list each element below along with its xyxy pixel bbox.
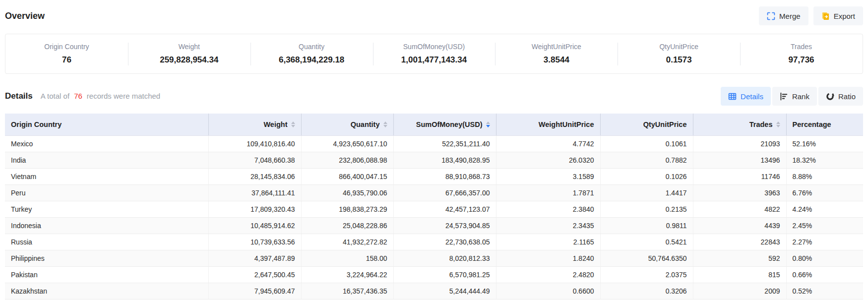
stat-value: 97,736 xyxy=(740,55,863,65)
cell-percentage: 8.88% xyxy=(786,168,863,184)
sort-asc-icon xyxy=(486,121,490,124)
stat-sumofmoney-usd: SumOfMoney(USD)1,001,477,143.34 xyxy=(373,41,496,67)
stat-label: Weight xyxy=(128,43,250,51)
cell-sum_of_money: 8,020,812.33 xyxy=(393,250,496,266)
stat-value: 3.8544 xyxy=(495,55,618,65)
cell-sum_of_money: 88,910,868.73 xyxy=(393,168,496,184)
column-header-weight[interactable]: Weight xyxy=(208,114,301,135)
sort-carets-icon[interactable] xyxy=(383,121,387,127)
cell-quantity: 16,357,436.35 xyxy=(301,283,393,299)
page-title: Overview xyxy=(5,11,45,21)
donut-chart-icon xyxy=(826,92,834,101)
details-summary: A total of76records were matched xyxy=(41,92,160,100)
view-button-rank[interactable]: Rank xyxy=(772,87,817,106)
bar-chart-icon xyxy=(780,92,788,101)
stat-label: WeightUnitPrice xyxy=(495,43,618,51)
details-table: Origin CountryWeightQuantitySumOfMoney(U… xyxy=(5,114,863,300)
column-header-sumofmoney-usd[interactable]: SumOfMoney(USD) xyxy=(393,114,496,135)
table-row-turkey: Turkey17,809,320.43198,838,273.2942,457,… xyxy=(5,201,863,217)
cell-weight_unit_price: 3.1589 xyxy=(496,168,600,184)
table-header-row: Origin CountryWeightQuantitySumOfMoney(U… xyxy=(5,114,863,135)
cell-trades: 13496 xyxy=(693,152,786,168)
view-button-ratio[interactable]: Ratio xyxy=(818,87,863,106)
cell-percentage: 6.76% xyxy=(786,184,863,201)
export-button[interactable]: Export xyxy=(813,6,863,25)
cell-weight: 7,945,609.47 xyxy=(208,283,301,299)
cell-trades: 815 xyxy=(693,266,786,283)
view-button-label: Details xyxy=(741,92,763,101)
cell-origin_country: Vietnam xyxy=(5,168,208,184)
view-button-label: Ratio xyxy=(838,92,856,101)
table-row-russia: Russia10,739,633.5641,932,272.8222,730,6… xyxy=(5,234,863,250)
table-row-vietnam: Vietnam28,145,834.06866,400,047.1588,910… xyxy=(5,168,863,184)
stat-label: QtyUnitPrice xyxy=(618,43,740,51)
view-switch-group: DetailsRankRatio xyxy=(721,87,863,106)
cell-sum_of_money: 5,244,444.49 xyxy=(393,283,496,299)
cell-sum_of_money: 522,351,211.40 xyxy=(393,135,496,152)
column-header-percentage: Percentage xyxy=(786,114,863,135)
cell-quantity: 4,923,650,617.10 xyxy=(301,135,393,152)
cell-weight_unit_price: 2.3840 xyxy=(496,201,600,217)
sort-desc-icon xyxy=(291,125,295,127)
table-row-kazakhstan: Kazakhstan7,945,609.4716,357,436.355,244… xyxy=(5,283,863,299)
summary-suffix: records were matched xyxy=(87,92,160,100)
details-title: Details xyxy=(5,91,33,101)
stat-value: 1,001,477,143.34 xyxy=(373,55,496,65)
cell-origin_country: Kazakhstan xyxy=(5,283,208,299)
cell-sum_of_money: 24,573,904.85 xyxy=(393,217,496,234)
cell-trades: 4439 xyxy=(693,217,786,234)
column-header-trades[interactable]: Trades xyxy=(693,114,786,135)
column-header-quantity[interactable]: Quantity xyxy=(301,114,393,135)
cell-qty_unit_price: 0.1026 xyxy=(600,168,693,184)
cell-weight: 37,864,111.41 xyxy=(208,184,301,201)
sort-carets-icon[interactable] xyxy=(776,121,780,127)
column-label: Weight xyxy=(263,121,287,128)
sort-carets-icon[interactable] xyxy=(486,121,490,127)
column-label: Percentage xyxy=(793,121,831,128)
table-row-mexico: Mexico109,410,816.404,923,650,617.10522,… xyxy=(5,135,863,152)
table-row-india: India7,048,660.38232,806,088.98183,490,8… xyxy=(5,152,863,168)
cell-quantity: 198,838,273.29 xyxy=(301,201,393,217)
top-bar: Overview Merge Export xyxy=(0,0,868,26)
cell-weight: 4,397,487.89 xyxy=(208,250,301,266)
cell-weight_unit_price: 2.3435 xyxy=(496,217,600,234)
cell-trades: 592 xyxy=(693,250,786,266)
cell-origin_country: Philippines xyxy=(5,250,208,266)
cell-percentage: 2.45% xyxy=(786,217,863,234)
column-label: Trades xyxy=(749,121,773,128)
cell-qty_unit_price: 50,764.6350 xyxy=(600,250,693,266)
column-header-weightunitprice: WeightUnitPrice xyxy=(496,114,600,135)
cell-weight_unit_price: 4.7742 xyxy=(496,135,600,152)
cell-percentage: 0.66% xyxy=(786,266,863,283)
merge-button[interactable]: Merge xyxy=(759,6,808,25)
cell-qty_unit_price: 0.2135 xyxy=(600,201,693,217)
table-row-pakistan: Pakistan2,647,500.453,224,964.226,570,98… xyxy=(5,266,863,283)
view-button-details[interactable]: Details xyxy=(721,87,771,106)
cell-quantity: 158.00 xyxy=(301,250,393,266)
sort-desc-icon xyxy=(486,125,490,127)
cell-weight_unit_price: 2.4820 xyxy=(496,266,600,283)
cell-trades: 11746 xyxy=(693,168,786,184)
cell-sum_of_money: 22,730,638.05 xyxy=(393,234,496,250)
cell-qty_unit_price: 0.1061 xyxy=(600,135,693,152)
cell-weight_unit_price: 1.8240 xyxy=(496,250,600,266)
column-label: Origin Country xyxy=(11,121,62,128)
cell-percentage: 52.16% xyxy=(786,135,863,152)
sort-carets-icon[interactable] xyxy=(291,121,295,127)
column-label: WeightUnitPrice xyxy=(539,121,594,128)
export-icon xyxy=(821,12,830,20)
stat-value: 0.1573 xyxy=(618,55,740,65)
cell-percentage: 4.24% xyxy=(786,201,863,217)
stat-weightunitprice: WeightUnitPrice3.8544 xyxy=(495,41,618,67)
cell-quantity: 3,224,964.22 xyxy=(301,266,393,283)
cell-origin_country: India xyxy=(5,152,208,168)
cell-sum_of_money: 6,570,981.25 xyxy=(393,266,496,283)
stat-trades: Trades97,736 xyxy=(740,41,863,67)
cell-weight: 10,739,633.56 xyxy=(208,234,301,250)
merge-button-label: Merge xyxy=(779,12,801,20)
cell-sum_of_money: 42,457,123.07 xyxy=(393,201,496,217)
stat-value: 76 xyxy=(5,55,128,65)
cell-weight_unit_price: 2.1165 xyxy=(496,234,600,250)
cell-origin_country: Peru xyxy=(5,184,208,201)
details-header: Details A total of76records were matched xyxy=(5,91,160,101)
